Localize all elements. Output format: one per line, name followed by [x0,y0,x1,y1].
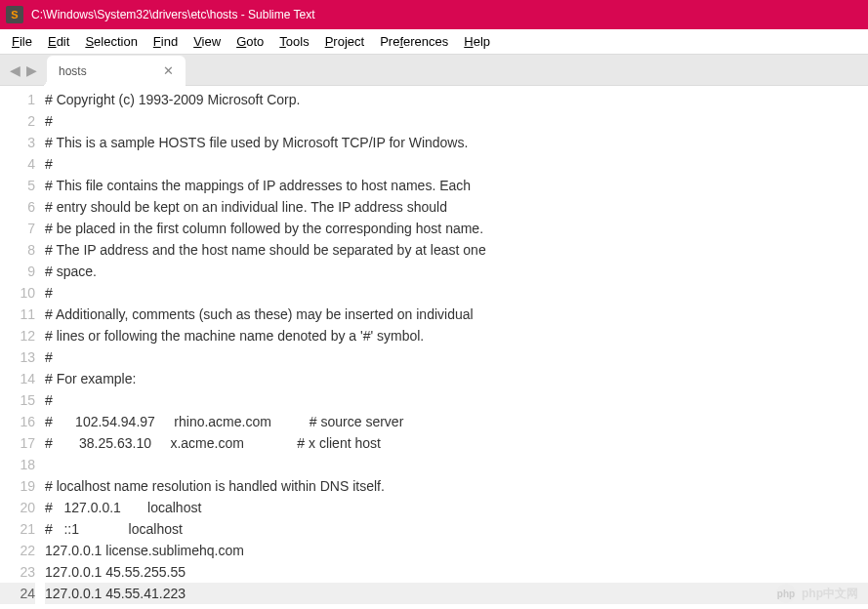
code-line[interactable]: # 127.0.0.1 localhost [45,497,868,518]
code-line[interactable]: # be placed in the first column followed… [45,218,868,239]
code-line[interactable]: 127.0.0.1 45.55.255.55 [45,561,868,583]
line-number: 2 [0,110,35,132]
tab-label: hosts [59,64,87,78]
line-number: 18 [0,454,35,475]
line-number: 3 [0,132,35,153]
code-line[interactable]: # The IP address and the host name shoul… [45,239,868,261]
menu-find[interactable]: Find [145,31,186,52]
code-line[interactable]: # localhost name resolution is handled w… [45,475,868,497]
menu-tools[interactable]: Tools [271,31,316,52]
app-icon: S [6,6,23,23]
tab-strip: ◀ ▶ hosts ✕ [0,55,868,86]
code-line[interactable] [45,454,868,475]
line-number: 4 [0,153,35,175]
line-number: 22 [0,540,35,561]
line-number: 21 [0,518,35,540]
line-number: 5 [0,175,35,196]
nav-back-icon[interactable]: ◀ [10,62,21,78]
code-line[interactable]: # [45,282,868,304]
code-content[interactable]: # Copyright (c) 1993-2009 Microsoft Corp… [45,86,868,609]
line-number: 8 [0,239,35,261]
line-number: 10 [0,282,35,304]
title-bar[interactable]: S C:\Windows\System32\drivers\etc\hosts … [0,0,868,29]
line-number-gutter: 123456789101112131415161718192021222324 [0,86,45,609]
menu-help[interactable]: Help [456,31,498,52]
window-title: C:\Windows\System32\drivers\etc\hosts - … [31,8,315,21]
code-line[interactable]: # This file contains the mappings of IP … [45,175,868,196]
code-line[interactable]: # For example: [45,368,868,389]
line-number: 20 [0,497,35,518]
editor-area[interactable]: 123456789101112131415161718192021222324 … [0,86,868,609]
code-line[interactable]: # space. [45,261,868,282]
tab-active[interactable]: hosts ✕ [47,56,186,87]
code-line[interactable]: # [45,110,868,132]
nav-arrows: ◀ ▶ [0,62,47,78]
line-number: 24 [0,583,35,604]
code-line[interactable]: # ::1 localhost [45,518,868,540]
code-line[interactable]: # This is a sample HOSTS file used by Mi… [45,132,868,153]
code-line[interactable]: # entry should be kept on an individual … [45,196,868,218]
nav-forward-icon[interactable]: ▶ [26,62,37,78]
code-line[interactable]: # [45,153,868,175]
line-number: 6 [0,196,35,218]
menu-project[interactable]: Project [317,31,372,52]
code-line[interactable]: # 38.25.63.10 x.acme.com # x client host [45,432,868,454]
code-line[interactable]: # Additionally, comments (such as these)… [45,304,868,325]
line-number: 19 [0,475,35,497]
menu-view[interactable]: View [186,31,228,52]
line-number: 23 [0,561,35,583]
code-line[interactable]: # lines or following the machine name de… [45,325,868,346]
watermark-icon: php [776,584,796,603]
line-number: 15 [0,389,35,411]
code-line[interactable]: 127.0.0.1 license.sublimehq.com [45,540,868,561]
code-line[interactable]: 127.0.0.1 45.55.41.223 [45,583,868,604]
line-number: 7 [0,218,35,239]
line-number: 11 [0,304,35,325]
menu-bar: FileEditSelectionFindViewGotoToolsProjec… [0,29,868,55]
menu-file[interactable]: File [4,31,40,52]
code-line[interactable]: # 102.54.94.97 rhino.acme.com # source s… [45,411,868,432]
line-number: 9 [0,261,35,282]
close-icon[interactable]: ✕ [163,63,174,78]
line-number: 17 [0,432,35,454]
line-number: 16 [0,411,35,432]
line-number: 14 [0,368,35,389]
line-number: 13 [0,346,35,368]
watermark-label: php中文网 [802,586,858,602]
menu-selection[interactable]: Selection [77,31,145,52]
menu-goto[interactable]: Goto [228,31,271,52]
menu-preferences[interactable]: Preferences [372,31,456,52]
menu-edit[interactable]: Edit [40,31,77,52]
line-number: 12 [0,325,35,346]
watermark: php php中文网 [776,584,858,603]
code-line[interactable]: # [45,389,868,411]
code-line[interactable]: # [45,346,868,368]
line-number: 1 [0,89,35,110]
code-line[interactable]: # Copyright (c) 1993-2009 Microsoft Corp… [45,89,868,110]
